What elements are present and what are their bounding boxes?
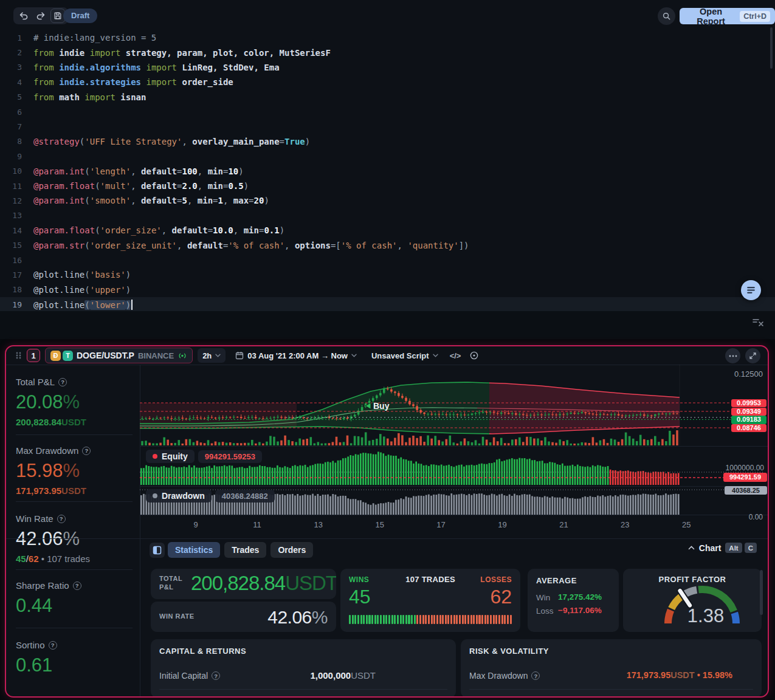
divider xyxy=(16,628,133,628)
win-rate-value: 42.06% xyxy=(267,607,328,628)
stat-value: 0.44 xyxy=(16,595,134,617)
editor-scrollbar[interactable] xyxy=(770,27,773,69)
collapse-console-icon xyxy=(752,317,764,328)
toolbar-right-group xyxy=(725,348,760,363)
chevron-down-icon xyxy=(351,354,357,357)
timeframe-label: 2h xyxy=(202,351,212,360)
stat-label: Total P&L xyxy=(16,377,55,387)
code-line: 16 xyxy=(0,253,775,267)
stat-subvalue: 171,973.95USDT xyxy=(16,486,134,496)
initial-capital-label: Initial Capital? xyxy=(159,671,220,681)
source-code-button[interactable]: </> xyxy=(448,351,463,360)
help-icon[interactable]: ? xyxy=(531,671,540,680)
history-group xyxy=(13,7,68,24)
line-number: 9 xyxy=(0,152,22,161)
price-level-badge: 0.09183 xyxy=(731,416,766,424)
tab-statistics[interactable]: Statistics xyxy=(168,542,220,558)
line-number: 13 xyxy=(0,211,22,220)
script-selector[interactable]: Unsaved Script xyxy=(367,348,443,363)
stat-value: 15.98% xyxy=(16,460,134,482)
redo-button[interactable] xyxy=(33,9,48,23)
code-line: 11@param.float('mult', default=2.0, min=… xyxy=(0,179,775,193)
line-number: 6 xyxy=(0,108,22,117)
drawdown-pane[interactable]: 40368.25Drawdown40368.24882 xyxy=(140,487,768,515)
help-icon[interactable]: ? xyxy=(73,582,81,590)
divider xyxy=(6,538,768,539)
time-axis[interactable]: 911131517192123250.00 xyxy=(140,515,768,534)
total-pnl-card: TOTALP&L 200,828.84USDT xyxy=(151,569,336,599)
help-icon[interactable]: ? xyxy=(212,671,220,680)
wins-losses-card: WINS 107 TRADES LOSSES 45 62 xyxy=(340,569,520,632)
script-console-button[interactable] xyxy=(741,280,761,300)
stat-value: 0.61 xyxy=(16,654,134,676)
fullscreen-button[interactable] xyxy=(745,348,760,363)
capital-returns-label: CAPITAL & RETURNS xyxy=(159,647,246,656)
losses-label: LOSSES xyxy=(480,575,512,584)
price-pane[interactable]: Buy0.125000.099530.093490.091830.08746 xyxy=(140,365,768,445)
tab-orders[interactable]: Orders xyxy=(270,542,313,558)
line-number: 16 xyxy=(0,256,22,265)
capital-returns-card: CAPITAL & RETURNS Initial Capital? 1,000… xyxy=(151,639,456,698)
time-tick-label: 11 xyxy=(253,520,261,529)
layout-toggle-icon xyxy=(153,546,162,555)
line-number: 3 xyxy=(0,63,22,72)
equity-legend[interactable]: Equity xyxy=(146,450,195,463)
locate-button[interactable] xyxy=(467,351,481,360)
stat-label: Win Rate xyxy=(16,513,53,524)
symbol-selector[interactable]: Ð T DOGE/USDT.P BINANCE xyxy=(45,348,193,363)
chevron-down-icon xyxy=(215,354,221,357)
search-button[interactable] xyxy=(658,7,675,25)
line-number: 18 xyxy=(0,285,22,294)
date-range-selector[interactable]: 03 Aug '21 2:00 AM → Now xyxy=(230,348,362,363)
help-icon[interactable]: ? xyxy=(57,515,66,523)
win-rate-card: WIN RATE 42.06% xyxy=(151,602,336,632)
code-line: 5from math import isnan xyxy=(0,90,775,105)
more-options-button[interactable] xyxy=(725,348,740,363)
risk-volatility-label: RISK & VOLATILITY xyxy=(469,647,549,656)
toggle-sidebar-button[interactable] xyxy=(150,543,165,558)
divider xyxy=(16,501,133,502)
undo-button[interactable] xyxy=(16,9,31,23)
stats-scrollbar[interactable] xyxy=(760,570,763,615)
line-number: 2 xyxy=(0,48,22,57)
help-icon[interactable]: ? xyxy=(49,641,57,650)
doge-coin-icon: Ð xyxy=(50,351,61,361)
open-report-button[interactable]: Open Report Ctrl+D xyxy=(680,8,775,24)
divider xyxy=(469,689,753,690)
collapse-console-button[interactable] xyxy=(751,317,765,329)
stats-sidebar: Total P&L?20.08%200,828.84USDTMax Drawdo… xyxy=(6,365,140,696)
editor-bottom-strip xyxy=(0,311,775,339)
line-number: 11 xyxy=(0,182,22,191)
drawdown-current-badge: 40368.25 xyxy=(725,486,767,495)
divider xyxy=(16,569,133,570)
drag-handle-icon[interactable] xyxy=(15,351,22,360)
equity-pane[interactable]: 1000000.00994291.59Equity994291.59253 xyxy=(140,447,768,485)
tab-trades[interactable]: Trades xyxy=(224,542,266,558)
code-line: 19@plot.line('lower') xyxy=(0,297,775,312)
help-icon[interactable]: ? xyxy=(82,447,91,455)
stat-label: Sharpe Ratio xyxy=(16,580,69,591)
stat-sharpe-ratio: Sharpe Ratio?0.44 xyxy=(16,580,134,617)
divider xyxy=(16,434,133,435)
pane-number-badge[interactable]: 1 xyxy=(27,349,40,362)
price-level-badge: 0.09953 xyxy=(731,399,766,408)
drawdown-legend[interactable]: Drawdown xyxy=(146,489,212,503)
timeframe-selector[interactable]: 2h xyxy=(198,348,226,363)
help-icon[interactable]: ? xyxy=(58,378,67,386)
chart-area[interactable]: Buy0.125000.099530.093490.091830.08746 1… xyxy=(140,365,768,540)
stat-value: 20.08% xyxy=(16,391,134,413)
expand-icon xyxy=(749,352,757,360)
code-area[interactable]: 1# indie:lang_version = 52from indie imp… xyxy=(0,30,775,312)
wins-value: 45 xyxy=(349,586,371,608)
backtest-panel: 1 Ð T DOGE/USDT.P BINANCE 2h 03 Aug '21 … xyxy=(5,345,769,698)
code-line: 9 xyxy=(0,149,775,163)
divider xyxy=(159,689,447,690)
redo-icon xyxy=(36,11,46,21)
report-tabs-row: StatisticsTradesOrders Chart AltC xyxy=(6,540,768,564)
chart-collapse-button[interactable]: Chart AltC xyxy=(688,543,757,553)
code-line: 17@plot.line('basis') xyxy=(0,267,775,282)
time-tick-label: 23 xyxy=(621,520,629,529)
price-axis-top-label: 0.12500 xyxy=(734,369,763,379)
undo-icon xyxy=(19,11,29,21)
win-loss-bar xyxy=(349,615,512,624)
